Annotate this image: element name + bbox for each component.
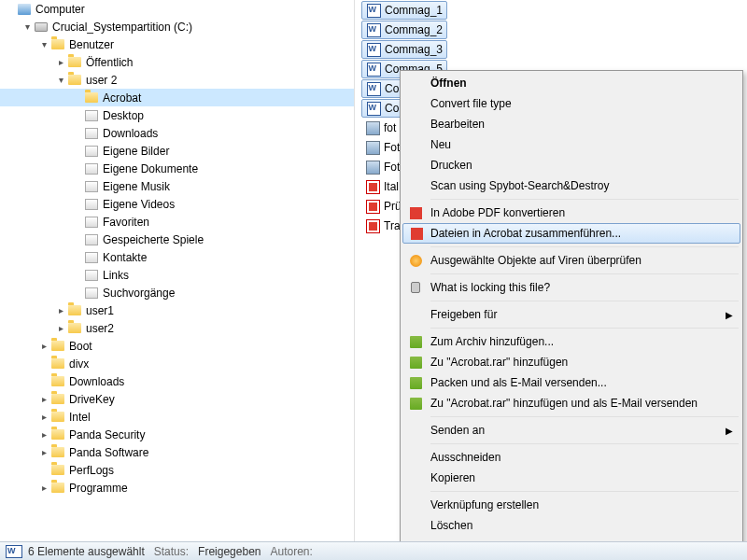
lock-icon bbox=[408, 280, 423, 295]
tree-item[interactable]: Desktop bbox=[0, 106, 354, 124]
tree-item[interactable]: Acrobat bbox=[0, 89, 354, 106]
menu-item[interactable]: Drucken bbox=[402, 155, 740, 175]
file-item[interactable]: Prü bbox=[361, 197, 405, 216]
menu-item[interactable]: Kopieren bbox=[402, 468, 740, 488]
file-item[interactable]: Fot bbox=[361, 158, 403, 176]
tree-item[interactable]: Eigene Videos bbox=[0, 195, 354, 213]
tree-item[interactable]: Computer bbox=[0, 0, 354, 18]
tree-item[interactable]: ▸Programme bbox=[0, 479, 354, 497]
tree-item[interactable]: ▸Öffentlich bbox=[0, 53, 354, 71]
tree-item[interactable]: Kontakte bbox=[0, 248, 354, 266]
expand-toggle[interactable]: ▾ bbox=[37, 39, 50, 49]
tree-label: Eigene Musik bbox=[103, 180, 170, 193]
tree-item[interactable]: ▸user1 bbox=[0, 301, 354, 319]
tree-label: divx bbox=[69, 357, 89, 371]
file-item[interactable]: Commag_2 bbox=[361, 21, 447, 39]
file-item[interactable]: fot bbox=[361, 119, 400, 137]
expand-toggle[interactable]: ▸ bbox=[54, 57, 67, 67]
menu-label: Senden an bbox=[430, 424, 485, 437]
tree-item[interactable]: Favoriten bbox=[0, 213, 354, 231]
menu-item[interactable]: Dateien in Acrobat zusammenführen... bbox=[402, 223, 740, 244]
expand-toggle[interactable]: ▸ bbox=[54, 305, 67, 315]
tree-label: Kontakte bbox=[103, 251, 147, 264]
tree-label: Panda Security bbox=[69, 428, 145, 441]
tree-item[interactable]: ▸Boot bbox=[0, 337, 354, 355]
img-icon bbox=[365, 140, 380, 155]
tree-item[interactable]: Eigene Musik bbox=[0, 177, 354, 195]
submenu-arrow-icon: ▶ bbox=[726, 310, 733, 320]
tree-label: Suchvorgänge bbox=[103, 287, 175, 300]
tree-item[interactable]: PerfLogs bbox=[0, 461, 354, 479]
file-item[interactable]: Co bbox=[361, 79, 403, 98]
tree-item[interactable]: Eigene Dokumente bbox=[0, 160, 354, 177]
tree-item[interactable]: ▸Panda Security bbox=[0, 426, 354, 443]
folder-icon bbox=[50, 427, 65, 442]
tree-item[interactable]: ▸Panda Software bbox=[0, 443, 354, 461]
tree-item[interactable]: ▾Benutzer bbox=[0, 35, 354, 53]
menu-item[interactable]: Zu "Acrobat.rar" hinzufügen bbox=[402, 352, 740, 372]
pdf-icon bbox=[409, 226, 424, 241]
tree-item[interactable]: Gespeicherte Spiele bbox=[0, 231, 354, 248]
tree-label: Panda Software bbox=[69, 446, 148, 459]
tree-item[interactable]: divx bbox=[0, 355, 354, 372]
menu-item[interactable]: Freigeben für▶ bbox=[402, 304, 740, 325]
menu-label: Bearbeiten bbox=[430, 118, 485, 131]
rar-icon bbox=[408, 396, 423, 411]
menu-label: Zu "Acrobat.rar" hinzufügen bbox=[430, 356, 568, 369]
menu-item[interactable]: What is locking this file? bbox=[402, 277, 740, 298]
expand-toggle[interactable]: ▾ bbox=[54, 75, 67, 85]
expand-toggle[interactable]: ▸ bbox=[37, 394, 50, 404]
tree-item[interactable]: ▸user2 bbox=[0, 319, 354, 337]
tree-item[interactable]: ▸DriveKey bbox=[0, 390, 354, 408]
comp-icon bbox=[17, 2, 32, 17]
expand-toggle[interactable]: ▸ bbox=[37, 483, 50, 493]
sp-icon bbox=[84, 144, 99, 159]
menu-item[interactable]: Convert file type bbox=[402, 93, 740, 114]
pdf-icon bbox=[408, 205, 423, 220]
menu-item[interactable]: Öffnen bbox=[402, 73, 740, 93]
expand-toggle[interactable]: ▸ bbox=[37, 412, 50, 422]
file-label: Commag_3 bbox=[385, 43, 443, 56]
menu-item[interactable]: In Adobe PDF konvertieren bbox=[402, 203, 740, 223]
file-item[interactable]: Ital bbox=[361, 177, 402, 196]
tree-item[interactable]: ▾Crucial_Systempartition (C:) bbox=[0, 18, 354, 35]
tree-item[interactable]: ▸Intel bbox=[0, 408, 354, 426]
menu-label: Löschen bbox=[430, 519, 472, 532]
tree-item[interactable]: Downloads bbox=[0, 372, 354, 390]
menu-item[interactable]: Packen und als E-Mail versenden... bbox=[402, 372, 740, 393]
pdf-icon bbox=[365, 199, 380, 214]
menu-item[interactable]: Senden an▶ bbox=[402, 420, 740, 441]
file-label: Fot bbox=[384, 161, 400, 174]
tree-item[interactable]: ▾user 2 bbox=[0, 71, 354, 89]
file-item[interactable]: Commag_3 bbox=[361, 40, 447, 59]
tree-item[interactable]: Eigene Bilder bbox=[0, 142, 354, 160]
expand-toggle[interactable]: ▸ bbox=[37, 341, 50, 351]
menu-item[interactable]: Neu bbox=[402, 134, 740, 155]
img-icon bbox=[365, 120, 380, 135]
file-item[interactable]: Tra bbox=[361, 217, 404, 235]
menu-label: What is locking this file? bbox=[430, 281, 550, 294]
menu-item[interactable]: Löschen bbox=[402, 515, 740, 536]
menu-item[interactable]: Zum Archiv hinzufügen... bbox=[402, 331, 740, 352]
status-bar: 6 Elemente ausgewählt Status: Freigegebe… bbox=[0, 541, 747, 560]
sp-icon bbox=[84, 215, 99, 230]
expand-toggle[interactable]: ▸ bbox=[54, 323, 67, 333]
menu-item[interactable]: Verknüpfung erstellen bbox=[402, 495, 740, 515]
menu-item[interactable]: Ausschneiden bbox=[402, 447, 740, 468]
expand-toggle[interactable]: ▸ bbox=[37, 429, 50, 440]
tree-item[interactable]: Downloads bbox=[0, 124, 354, 142]
menu-item[interactable]: Zu "Acrobat.rar" hinzufügen und als E-Ma… bbox=[402, 393, 740, 413]
file-item[interactable]: Co bbox=[361, 99, 403, 118]
menu-item[interactable]: Bearbeiten bbox=[402, 114, 740, 134]
folder-icon bbox=[50, 481, 65, 496]
menu-item[interactable]: Scan using Spybot-Search&Destroy bbox=[402, 175, 740, 196]
tree-item[interactable]: Links bbox=[0, 266, 354, 284]
authors-label: Autoren: bbox=[271, 545, 313, 558]
menu-item[interactable]: Ausgewählte Objekte auf Viren überprüfen bbox=[402, 250, 740, 271]
folder-tree-pane[interactable]: Computer▾Crucial_Systempartition (C:)▾Be… bbox=[0, 0, 355, 541]
expand-toggle[interactable]: ▸ bbox=[37, 447, 50, 457]
file-item[interactable]: Fot bbox=[361, 138, 403, 157]
expand-toggle[interactable]: ▾ bbox=[21, 21, 34, 32]
file-item[interactable]: Commag_1 bbox=[361, 1, 447, 20]
tree-item[interactable]: Suchvorgänge bbox=[0, 284, 354, 301]
